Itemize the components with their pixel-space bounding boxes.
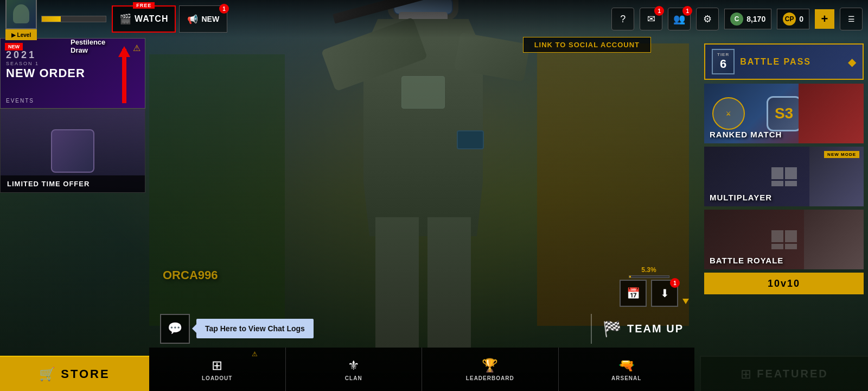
help-button[interactable]: ? <box>611 8 634 30</box>
battle-pass-icon: ◆ <box>848 55 856 68</box>
battle-royale-icon <box>771 230 797 249</box>
multiplayer-title: MULTIPLAYER <box>710 193 772 202</box>
settings-button[interactable]: ⚙ <box>696 8 719 30</box>
calendar-icon: 📅 <box>627 287 640 300</box>
team-up-label: TEAM UP <box>627 323 684 335</box>
credits-amount: 8,170 <box>746 15 765 23</box>
events-season: SEASON 1 <box>6 61 139 66</box>
mail-notification-badge: 1 <box>654 6 664 16</box>
menu-button[interactable]: ☰ <box>840 8 863 30</box>
tier-number: 6 <box>720 57 726 71</box>
friends-button[interactable]: 👥 1 <box>668 8 691 30</box>
cp-display[interactable]: CP 0 <box>777 9 809 29</box>
clan-label: CLAN <box>345 375 362 381</box>
right-progress-icons: 5.3% 📅 ⬇ 1 <box>620 266 689 307</box>
top-right-icons: ? ✉ 1 👥 1 ⚙ C 8,170 CP 0 <box>611 8 863 30</box>
leaderboard-icon: 🏆 <box>482 358 498 373</box>
arsenal-label: ARSENAL <box>611 375 641 381</box>
multiplayer-badge: NEW MODE <box>824 151 859 158</box>
progress-bar-bg <box>629 275 669 278</box>
multiplayer-card[interactable]: NEW MODE MULTIPLAYER <box>704 147 864 206</box>
center-bottom-bar: 💬 Tap Here to View Chat Logs 🏁 TEAM UP <box>149 310 694 348</box>
tier-box: TIER 6 <box>712 49 735 74</box>
download-button[interactable]: ⬇ 1 <box>651 280 678 307</box>
battle-royale-card[interactable]: BATTLE ROYALE <box>704 210 864 269</box>
flag-icon: 🏁 <box>603 320 622 338</box>
store-label: STORE <box>61 367 110 381</box>
loadout-label: LOADOUT <box>202 375 232 381</box>
credits-display[interactable]: C 8,170 <box>724 9 771 29</box>
free-badge: FREE <box>133 2 155 9</box>
watch-icon: 🎬 <box>119 13 131 25</box>
chest-equipment <box>401 76 445 109</box>
new-label: NEW <box>201 15 219 23</box>
top-bar: ▶ Level FREE 🎬 WATCH 📢 NEW 1 ? ✉ <box>0 0 868 38</box>
mail-button[interactable]: ✉ 1 <box>640 8 662 30</box>
cp-icon: CP <box>783 12 796 26</box>
watch-label: WATCH <box>135 14 168 24</box>
player-section: ▶ Level <box>5 0 106 40</box>
battle-royale-title: BATTLE ROYALE <box>710 256 783 265</box>
nav-clan[interactable]: ⚜ CLAN <box>286 348 423 391</box>
multiplayer-grid-icon <box>771 167 797 186</box>
friends-icon: 👥 <box>673 13 685 25</box>
battle-pass-title: BATTLE PASS <box>740 57 811 67</box>
tier-label: TIER <box>717 52 729 57</box>
player-level: ▶ Level <box>5 29 37 40</box>
avatar-container[interactable]: ▶ Level <box>5 0 37 40</box>
leaderboard-label: LEADERBOARD <box>466 375 514 381</box>
progress-bar-fill <box>629 276 631 278</box>
xp-bar-fill <box>42 16 61 22</box>
clan-icon: ⚜ <box>348 358 360 373</box>
store-button[interactable]: 🛒 STORE <box>0 356 149 391</box>
add-currency-button[interactable]: + <box>815 9 834 29</box>
question-icon: ? <box>620 14 626 25</box>
chat-button[interactable]: 💬 <box>160 314 190 344</box>
center-divider <box>591 314 592 344</box>
nav-leaderboard[interactable]: 🏆 LEADERBOARD <box>422 348 559 391</box>
progress-column: 5.3% 📅 ⬇ 1 <box>620 266 678 307</box>
chat-tooltip[interactable]: Tap Here to View Chat Logs <box>196 319 314 338</box>
new-notification-badge: 1 <box>219 4 229 14</box>
avatar <box>5 0 37 29</box>
events-footer-label: EVENTS <box>6 98 34 104</box>
ranked-right-bg <box>799 84 864 143</box>
chat-icon: 💬 <box>168 321 182 336</box>
megaphone-icon: 📢 <box>187 14 198 24</box>
ranked-s3-badge: S3 <box>767 96 802 131</box>
limited-offer-label: LIMITED TIME OFFER <box>1 175 145 192</box>
ranked-match-title: RANKED MATCH <box>710 130 782 139</box>
tenvten-button[interactable]: 10v10 <box>704 273 864 294</box>
ranked-match-card[interactable]: ⚔ S3 RANKED MATCH <box>704 84 864 143</box>
loadout-icon: ⊞ <box>212 358 222 373</box>
new-button[interactable]: 📢 NEW 1 <box>179 5 227 33</box>
calendar-button[interactable]: 📅 <box>620 280 647 307</box>
pestilence-draw: Pestilence Draw <box>71 38 105 54</box>
battle-pass-button[interactable]: TIER 6 BATTLE PASS ◆ <box>704 43 864 80</box>
events-warning-icon: ⚠ <box>133 43 141 53</box>
team-up-button[interactable]: 🏁 TEAM UP <box>603 320 684 338</box>
right-panel: TIER 6 BATTLE PASS ◆ ⚔ S3 RANKED MATCH N… <box>700 0 868 391</box>
watch-button[interactable]: FREE 🎬 WATCH <box>112 5 176 33</box>
tenvten-label: 10v10 <box>768 278 800 289</box>
arsenal-icon: 🔫 <box>618 358 635 373</box>
xp-bar <box>41 16 106 22</box>
arm-device <box>457 130 484 149</box>
arrow-shaft <box>122 49 126 103</box>
cart-icon: 🛒 <box>39 367 55 382</box>
nav-arsenal[interactable]: 🔫 ARSENAL <box>559 348 695 391</box>
events-title: NEW ORDER <box>6 66 139 80</box>
gear-icon: ⚙ <box>703 13 712 25</box>
download-icon: ⬇ <box>660 287 669 300</box>
download-badge: 1 <box>670 278 680 288</box>
social-link-banner[interactable]: LINK TO SOCIAL ACCOUNT <box>523 37 651 53</box>
progress-percent: 5.3% <box>641 266 656 274</box>
credits-icon: C <box>730 12 743 26</box>
events-new-badge: NEW <box>5 43 23 51</box>
warning-triangle <box>682 299 689 304</box>
limited-time-offer-card[interactable]: LIMITED TIME OFFER <box>0 109 145 193</box>
mail-icon: ✉ <box>647 13 655 25</box>
friends-notification-badge: 1 <box>682 6 692 16</box>
nav-loadout[interactable]: ⚠ ⊞ LOADOUT <box>149 348 286 391</box>
cp-amount: 0 <box>799 15 803 23</box>
